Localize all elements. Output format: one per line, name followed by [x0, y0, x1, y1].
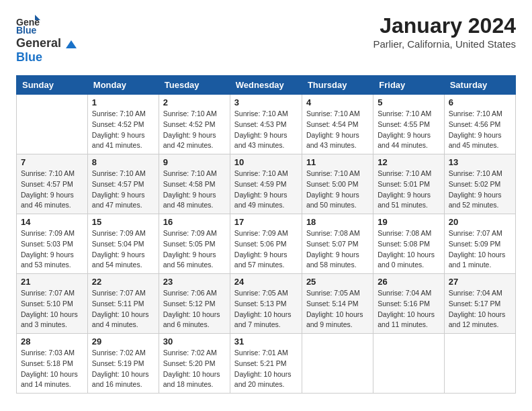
sunset-label: Sunset: 5:17 PM — [449, 300, 501, 308]
day-cell: 30 Sunrise: 7:02 AM Sunset: 5:20 PM Dayl… — [159, 334, 230, 394]
day-cell: 8 Sunrise: 7:10 AM Sunset: 4:57 PM Dayli… — [87, 154, 159, 214]
sunrise-label: Sunrise: 7:10 AM — [449, 169, 502, 177]
sunrise-label: Sunrise: 7:04 AM — [449, 289, 502, 297]
day-cell: 1 Sunrise: 7:10 AM Sunset: 4:52 PM Dayli… — [87, 95, 159, 154]
sunrise-label: Sunrise: 7:01 AM — [234, 349, 288, 357]
day-cell: 20 Sunrise: 7:07 AM Sunset: 5:09 PM Dayl… — [444, 214, 515, 274]
sunset-label: Sunset: 5:19 PM — [92, 359, 144, 367]
day-info: Sunrise: 7:10 AM Sunset: 4:55 PM Dayligh… — [378, 109, 439, 151]
sunrise-label: Sunrise: 7:10 AM — [163, 109, 217, 118]
day-number: 16 — [163, 217, 226, 227]
day-cell: 11 Sunrise: 7:10 AM Sunset: 5:00 PM Dayl… — [302, 154, 373, 214]
day-cell: 29 Sunrise: 7:02 AM Sunset: 5:19 PM Dayl… — [87, 334, 159, 394]
sunset-label: Sunset: 5:21 PM — [234, 359, 287, 367]
sunrise-label: Sunrise: 7:08 AM — [378, 229, 431, 237]
sunset-label: Sunset: 4:58 PM — [163, 180, 216, 188]
sunset-label: Sunset: 4:59 PM — [234, 180, 287, 188]
sunrise-label: Sunrise: 7:10 AM — [449, 109, 502, 118]
day-number: 20 — [449, 217, 511, 227]
day-number: 1 — [92, 97, 154, 107]
daylight-label: Daylight: 9 hours and 56 minutes. — [163, 250, 216, 269]
day-cell: 13 Sunrise: 7:10 AM Sunset: 5:02 PM Dayl… — [444, 154, 515, 214]
col-header-wednesday: Wednesday — [230, 76, 302, 95]
sunrise-label: Sunrise: 7:06 AM — [163, 289, 217, 297]
daylight-label: Daylight: 10 hours and 14 minutes. — [21, 370, 78, 389]
daylight-label: Daylight: 10 hours and 6 minutes. — [163, 310, 220, 329]
sunrise-label: Sunrise: 7:10 AM — [378, 109, 431, 118]
day-info: Sunrise: 7:10 AM Sunset: 4:53 PM Dayligh… — [234, 109, 298, 151]
sunset-label: Sunset: 5:07 PM — [306, 240, 359, 248]
sunrise-label: Sunrise: 7:10 AM — [306, 109, 360, 118]
day-cell: 27 Sunrise: 7:04 AM Sunset: 5:17 PM Dayl… — [444, 274, 515, 334]
day-info: Sunrise: 7:09 AM Sunset: 5:04 PM Dayligh… — [92, 228, 154, 271]
daylight-label: Daylight: 9 hours and 47 minutes. — [92, 191, 145, 210]
sunrise-label: Sunrise: 7:10 AM — [234, 169, 288, 177]
sunrise-label: Sunrise: 7:10 AM — [92, 169, 146, 177]
sunrise-label: Sunrise: 7:03 AM — [21, 349, 75, 357]
sunrise-label: Sunrise: 7:09 AM — [163, 229, 217, 237]
sunrise-label: Sunrise: 7:09 AM — [21, 229, 75, 237]
sunset-label: Sunset: 5:01 PM — [378, 180, 430, 188]
day-cell: 28 Sunrise: 7:03 AM Sunset: 5:18 PM Dayl… — [17, 334, 88, 394]
logo: General Blue General Blue — [16, 13, 77, 64]
day-info: Sunrise: 7:08 AM Sunset: 5:07 PM Dayligh… — [306, 228, 369, 271]
day-number: 19 — [378, 217, 439, 227]
sunset-label: Sunset: 5:18 PM — [21, 359, 73, 367]
sunset-label: Sunset: 4:52 PM — [92, 120, 144, 128]
day-number: 30 — [163, 336, 226, 347]
day-cell: 10 Sunrise: 7:10 AM Sunset: 4:59 PM Dayl… — [230, 154, 302, 214]
day-info: Sunrise: 7:10 AM Sunset: 4:59 PM Dayligh… — [234, 169, 298, 211]
day-info: Sunrise: 7:10 AM Sunset: 5:00 PM Dayligh… — [306, 169, 369, 211]
day-info: Sunrise: 7:02 AM Sunset: 5:20 PM Dayligh… — [163, 348, 226, 390]
day-cell: 15 Sunrise: 7:09 AM Sunset: 5:04 PM Dayl… — [87, 214, 159, 274]
sunset-label: Sunset: 5:00 PM — [306, 180, 359, 188]
day-number: 12 — [378, 157, 439, 167]
daylight-label: Daylight: 10 hours and 0 minutes. — [378, 250, 435, 269]
sunrise-label: Sunrise: 7:10 AM — [92, 109, 146, 118]
day-info: Sunrise: 7:08 AM Sunset: 5:08 PM Dayligh… — [378, 228, 439, 271]
day-number: 4 — [306, 97, 369, 107]
day-cell: 17 Sunrise: 7:09 AM Sunset: 5:06 PM Dayl… — [230, 214, 302, 274]
sunset-label: Sunset: 5:02 PM — [449, 180, 501, 188]
sunset-label: Sunset: 5:05 PM — [163, 240, 216, 248]
day-number: 9 — [163, 157, 226, 167]
day-number: 26 — [378, 277, 439, 287]
day-number: 7 — [21, 157, 83, 167]
daylight-label: Daylight: 10 hours and 7 minutes. — [234, 310, 292, 329]
daylight-label: Daylight: 9 hours and 45 minutes. — [449, 131, 502, 150]
day-cell: 7 Sunrise: 7:10 AM Sunset: 4:57 PM Dayli… — [17, 154, 88, 214]
day-info: Sunrise: 7:07 AM Sunset: 5:11 PM Dayligh… — [92, 288, 154, 330]
svg-text:Blue: Blue — [16, 25, 37, 35]
daylight-label: Daylight: 9 hours and 43 minutes. — [234, 131, 287, 150]
daylight-label: Daylight: 9 hours and 43 minutes. — [306, 131, 359, 150]
sunrise-label: Sunrise: 7:10 AM — [378, 169, 431, 177]
day-cell: 6 Sunrise: 7:10 AM Sunset: 4:56 PM Dayli… — [444, 95, 515, 154]
day-cell: 4 Sunrise: 7:10 AM Sunset: 4:54 PM Dayli… — [302, 95, 373, 154]
sunset-label: Sunset: 5:20 PM — [163, 359, 216, 367]
day-number: 8 — [92, 157, 154, 167]
day-info: Sunrise: 7:10 AM Sunset: 4:52 PM Dayligh… — [92, 109, 154, 151]
day-number: 29 — [92, 336, 154, 347]
day-number: 21 — [21, 277, 83, 287]
sunset-label: Sunset: 4:56 PM — [449, 120, 501, 128]
day-number: 17 — [234, 217, 298, 227]
daylight-label: Daylight: 9 hours and 57 minutes. — [234, 250, 287, 269]
daylight-label: Daylight: 10 hours and 11 minutes. — [378, 310, 435, 329]
sunrise-label: Sunrise: 7:08 AM — [306, 229, 360, 237]
day-number: 2 — [163, 97, 226, 107]
daylight-label: Daylight: 10 hours and 18 minutes. — [163, 370, 220, 389]
col-header-saturday: Saturday — [444, 76, 515, 95]
day-cell: 26 Sunrise: 7:04 AM Sunset: 5:16 PM Dayl… — [373, 274, 444, 334]
daylight-label: Daylight: 10 hours and 20 minutes. — [234, 370, 292, 389]
day-info: Sunrise: 7:07 AM Sunset: 5:10 PM Dayligh… — [21, 288, 83, 330]
day-cell: 25 Sunrise: 7:05 AM Sunset: 5:14 PM Dayl… — [302, 274, 373, 334]
daylight-label: Daylight: 9 hours and 51 minutes. — [378, 191, 431, 210]
sunrise-label: Sunrise: 7:10 AM — [21, 169, 75, 177]
day-info: Sunrise: 7:05 AM Sunset: 5:13 PM Dayligh… — [234, 288, 298, 330]
day-number: 14 — [21, 217, 83, 227]
sunrise-label: Sunrise: 7:07 AM — [449, 229, 502, 237]
subtitle: Parlier, California, United States — [373, 38, 516, 50]
day-number: 31 — [234, 336, 298, 347]
day-cell: 18 Sunrise: 7:08 AM Sunset: 5:07 PM Dayl… — [302, 214, 373, 274]
day-info: Sunrise: 7:05 AM Sunset: 5:14 PM Dayligh… — [306, 288, 369, 330]
